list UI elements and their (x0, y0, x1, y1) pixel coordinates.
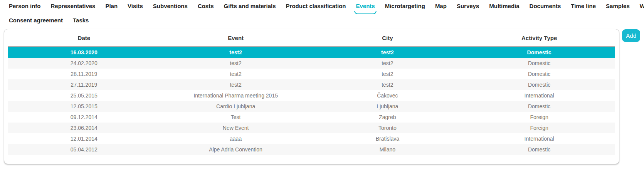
cell-city: test2 (312, 71, 464, 77)
tab-subventions[interactable]: Subventions (148, 2, 193, 11)
cell-date: 16.03.2020 (8, 49, 160, 55)
cell-event: test2 (160, 60, 312, 66)
cell-date: 05.04.2012 (8, 146, 160, 153)
cell-activity-type: Domestic (463, 49, 615, 55)
tab-consent-agreement[interactable]: Consent agreement (4, 16, 68, 25)
column-header-city: City (312, 35, 464, 41)
cell-activity-type: Domestic (463, 146, 615, 153)
table-row[interactable]: 24.02.2020test2test2Domestic (8, 58, 615, 69)
table-row[interactable]: 09.12.2014TestZagrebForeign (8, 112, 615, 123)
tab-costs[interactable]: Costs (193, 2, 219, 11)
tab-events[interactable]: Events (351, 2, 380, 11)
tab-bar: Person infoRepresentativesPlanVisitsSubv… (0, 0, 644, 25)
tab-multimedia[interactable]: Multimedia (484, 2, 524, 11)
cell-event: International Pharma meeting 2015 (160, 92, 312, 99)
cell-event: Test (160, 114, 312, 120)
cell-event: test2 (160, 71, 312, 77)
cell-event: Alpe Adria Convention (160, 146, 312, 153)
events-table-card: Date Event City Activity Type 16.03.2020… (4, 29, 619, 164)
table-row[interactable]: 05.04.2012Alpe Adria ConventionMilanoDom… (8, 144, 615, 155)
cell-event: New Event (160, 125, 312, 131)
cell-date: 28.11.2019 (8, 71, 160, 77)
cell-date: 24.02.2020 (8, 60, 160, 66)
cell-event: test2 (160, 82, 312, 88)
cell-city: Toronto (312, 125, 464, 131)
tab-row-1: Person infoRepresentativesPlanVisitsSubv… (4, 2, 644, 11)
tab-time-line[interactable]: Time line (566, 2, 601, 11)
cell-activity-type: Domestic (463, 103, 615, 109)
tab-product-classification[interactable]: Product classification (281, 2, 351, 11)
cell-event: Cardio Ljubljana (160, 103, 312, 109)
cell-date: 12.05.2015 (8, 103, 160, 109)
table-row[interactable]: 27.11.2019test2test2Domestic (8, 79, 615, 90)
tab-map[interactable]: Map (430, 2, 452, 11)
tab-representatives[interactable]: Representatives (46, 2, 101, 11)
cell-city: Ljubljana (312, 103, 464, 109)
table-body: 16.03.2020test2test2Domestic24.02.2020te… (8, 47, 615, 155)
cell-activity-type: Foreign (463, 125, 615, 131)
tab-surveys[interactable]: Surveys (452, 2, 484, 11)
cell-city: test2 (312, 60, 464, 66)
cell-city: Čakovec (312, 92, 464, 99)
cell-city: Zagreb (312, 114, 464, 120)
table-row[interactable]: 12.01.2014aaaaBratislavaInternational (8, 133, 615, 144)
cell-event: aaaa (160, 136, 312, 142)
tab-samples[interactable]: Samples (601, 2, 635, 11)
cell-activity-type: Domestic (463, 71, 615, 77)
table-row[interactable]: 23.06.2014New EventTorontoForeign (8, 123, 615, 133)
tab-person-info[interactable]: Person info (4, 2, 46, 11)
cell-date: 12.01.2014 (8, 136, 160, 142)
column-header-event: Event (160, 35, 312, 41)
table-row[interactable]: 25.05.2015International Pharma meeting 2… (8, 90, 615, 101)
table-row[interactable]: 28.11.2019test2test2Domestic (8, 69, 615, 79)
tab-visits[interactable]: Visits (123, 2, 148, 11)
tab-tasks[interactable]: Tasks (68, 16, 94, 25)
table-row[interactable]: 12.05.2015Cardio LjubljanaLjubljanaDomes… (8, 101, 615, 112)
cell-event: test2 (160, 49, 312, 55)
table-row[interactable]: 16.03.2020test2test2Domestic (8, 47, 615, 58)
cell-date: 25.05.2015 (8, 92, 160, 99)
cell-activity-type: International (463, 92, 615, 99)
cell-date: 09.12.2014 (8, 114, 160, 120)
add-button[interactable]: Add (622, 29, 640, 42)
tab-work-addresses[interactable]: Work addresses (635, 2, 644, 11)
cell-activity-type: Foreign (463, 114, 615, 120)
cell-date: 23.06.2014 (8, 125, 160, 131)
cell-activity-type: International (463, 136, 615, 142)
cell-date: 27.11.2019 (8, 82, 160, 88)
cell-city: Milano (312, 146, 464, 153)
cell-activity-type: Domestic (463, 82, 615, 88)
column-header-activity-type: Activity Type (463, 35, 615, 41)
cell-city: test2 (312, 82, 464, 88)
tab-microtargeting[interactable]: Microtargeting (380, 2, 430, 11)
cell-city: Bratislava (312, 136, 464, 142)
tab-row-2: Consent agreementTasks (4, 16, 644, 25)
table-header-row: Date Event City Activity Type (8, 29, 615, 47)
tab-plan[interactable]: Plan (100, 2, 123, 11)
tab-documents[interactable]: Documents (525, 2, 566, 11)
cell-activity-type: Domestic (463, 60, 615, 66)
cell-city: test2 (312, 49, 464, 55)
tab-gifts-and-materials[interactable]: Gifts and materials (219, 2, 281, 11)
column-header-date: Date (8, 35, 160, 41)
